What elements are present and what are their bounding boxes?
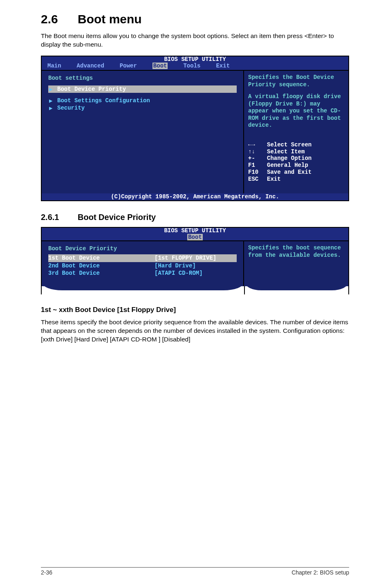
key-symbol: ↑↓ <box>248 148 267 155</box>
key-symbol: ESC <box>248 176 267 183</box>
triangle-icon: ▶ <box>49 86 52 93</box>
boot-device-value: [1st FLOPPY DRIVE] <box>155 254 216 262</box>
bios-tab-main[interactable]: Main <box>47 63 61 69</box>
bios-tab-advanced[interactable]: Advanced <box>77 63 104 69</box>
key-hint-row: +-Change Option <box>248 155 344 162</box>
bios-group-heading: Boot settings <box>48 75 237 81</box>
key-action: Exit <box>267 176 281 183</box>
bios-screen-boot-device-priority: BIOS SETUP UTILITY Boot Boot Device Prio… <box>41 227 349 286</box>
page-footer: 2-36 Chapter 2: BIOS setup <box>41 567 349 576</box>
key-action: Change Option <box>267 155 312 162</box>
key-symbol: +- <box>248 155 267 162</box>
key-action: Select Screen <box>267 141 312 148</box>
footer-chapter: Chapter 2: BIOS setup <box>291 569 349 576</box>
footer-page-number: 2-36 <box>41 569 52 576</box>
bios-tab-exit[interactable]: Exit <box>216 63 230 69</box>
key-symbol: F10 <box>248 169 267 176</box>
boot-device-label: 1st Boot Device <box>48 254 155 262</box>
bios-tab-boot[interactable]: Boot <box>187 234 203 240</box>
bios-help-panel: Specifies the Boot Device Priority seque… <box>244 71 348 193</box>
key-hint-row: F1General Help <box>248 162 344 169</box>
bios-tab-power[interactable]: Power <box>120 63 137 69</box>
menu-item-label: Security <box>57 105 85 111</box>
key-symbol: F1 <box>248 162 267 169</box>
key-action: Select Item <box>267 148 305 155</box>
section-title: 2.6 Boot menu <box>41 12 349 26</box>
bios-tab-boot[interactable]: Boot <box>152 63 168 69</box>
boot-device-value: [ATAPI CD-ROM] <box>155 269 203 277</box>
section-intro: The Boot menu items allow you to change … <box>41 32 349 49</box>
subsection-title: 2.6.1 Boot Device Priority <box>41 213 349 222</box>
bios-title: BIOS SETUP UTILITY <box>42 56 348 63</box>
section-number: 2.6 <box>41 12 78 26</box>
help-text-secondary: A virtual floopy disk drive (Floppy Driv… <box>248 93 344 129</box>
boot-device-label: 2nd Boot Device <box>48 262 155 269</box>
bios-tab-tools[interactable]: Tools <box>183 63 200 69</box>
boot-device-row-3[interactable]: 3rd Boot Device [ATAPI CD-ROM] <box>48 269 237 277</box>
key-hint-row: ←→Select Screen <box>248 141 344 148</box>
section-title-text: Boot menu <box>78 12 142 26</box>
help-text-primary: Specifies the Boot Device Priority seque… <box>248 74 344 88</box>
key-hint-row: ESCExit <box>248 176 344 183</box>
bios-curved-cutoff <box>41 286 349 294</box>
key-action: Save and Exit <box>267 169 312 176</box>
menu-item-label: Boot Device Priority <box>57 86 126 92</box>
bios-screen-boot-menu: BIOS SETUP UTILITY Main Advanced Power B… <box>41 56 349 201</box>
subsection-number: 2.6.1 <box>41 213 78 222</box>
boot-device-label: 3rd Boot Device <box>48 269 155 277</box>
triangle-icon: ▶ <box>49 105 52 112</box>
boot-device-value: [Hard Drive] <box>155 262 196 269</box>
menu-item-boot-device-priority[interactable]: ▶ Boot Device Priority <box>48 85 237 93</box>
bios-copyright: (C)Copyright 1985-2002, American Megatre… <box>42 193 348 200</box>
boot-device-row-2[interactable]: 2nd Boot Device [Hard Drive] <box>48 262 237 269</box>
triangle-icon: ▶ <box>49 97 52 104</box>
help-text-primary: Specifies the boot sequence from the ava… <box>248 245 344 259</box>
key-symbol: ←→ <box>248 141 267 148</box>
menu-item-security[interactable]: ▶ Security <box>48 104 237 112</box>
option-heading: 1st ~ xxth Boot Device [1st Floppy Drive… <box>41 306 349 314</box>
key-hint-row: F10Save and Exit <box>248 169 344 176</box>
key-hint-row: ↑↓Select Item <box>248 148 344 155</box>
bios-tab-row: Main Advanced Power Boot Tools Exit <box>42 63 348 70</box>
menu-item-boot-settings-configuration[interactable]: ▶ Boot Settings Configuration <box>48 97 237 104</box>
menu-item-label: Boot Settings Configuration <box>57 97 150 104</box>
subsection-title-text: Boot Device Priority <box>78 213 156 222</box>
option-description: These items specify the boot device prio… <box>41 318 349 344</box>
bios-group-heading: Boot Device Priority <box>48 245 237 252</box>
bios-title: BIOS SETUP UTILITY <box>42 228 348 234</box>
bios-help-panel: Specifies the boot sequence from the ava… <box>244 241 348 286</box>
key-action: General Help <box>267 162 308 169</box>
bios-left-panel: Boot Device Priority 1st Boot Device [1s… <box>42 241 244 286</box>
boot-device-row-1[interactable]: 1st Boot Device [1st FLOPPY DRIVE] <box>48 254 237 262</box>
bios-left-panel: Boot settings ▶ Boot Device Priority ▶ B… <box>42 71 244 193</box>
